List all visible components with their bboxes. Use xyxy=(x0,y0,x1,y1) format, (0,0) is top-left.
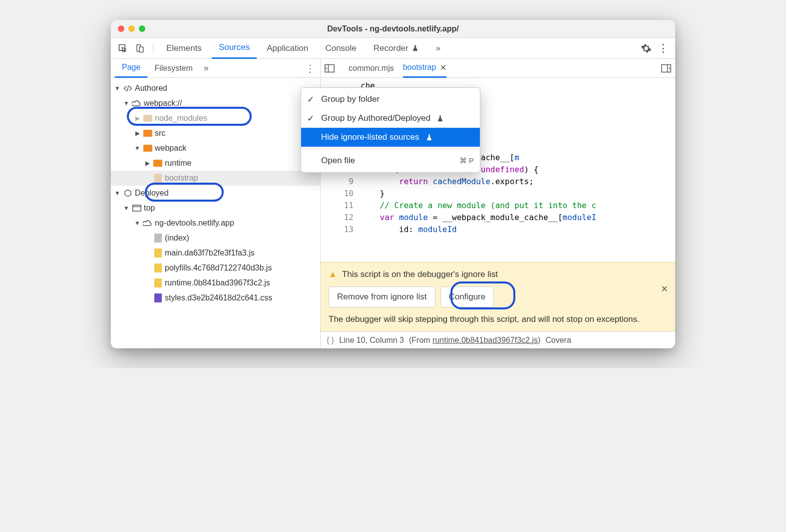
traffic-lights xyxy=(118,25,145,32)
inspect-icon[interactable] xyxy=(116,41,130,55)
editor-tabs: common.mjs bootstrap ✕ xyxy=(321,59,675,78)
cloud-icon xyxy=(132,100,142,107)
file-icon xyxy=(154,264,162,272)
remove-from-ignore-button[interactable]: Remove from ignore list xyxy=(329,286,435,307)
device-toolbar-icon[interactable] xyxy=(133,41,147,55)
webpack-folder[interactable]: ▼ webpack xyxy=(111,141,320,156)
folder-icon xyxy=(143,130,152,137)
file-icon xyxy=(154,174,162,183)
menu-open-file[interactable]: Open file ⌘ P xyxy=(301,151,480,170)
src-folder[interactable]: ▶ src xyxy=(111,126,320,141)
tab-application[interactable]: Application xyxy=(260,38,315,59)
pretty-print-icon[interactable]: { } xyxy=(327,336,334,345)
main-tabstrip: Elements Sources Application Console Rec… xyxy=(111,38,675,59)
navigator-menu-icon[interactable]: ⋮ xyxy=(305,62,315,74)
tab-recorder[interactable]: Recorder xyxy=(367,38,426,59)
runtime-folder[interactable]: ▶ runtime xyxy=(111,156,320,171)
file-polyfills-js[interactable]: polyfills.4c768d7122740d3b.js xyxy=(111,261,320,275)
file-icon xyxy=(154,234,162,243)
menu-hide-ignore-listed[interactable]: Hide ignore-listed sources xyxy=(301,128,480,147)
settings-icon[interactable] xyxy=(639,41,653,55)
deployed-icon xyxy=(123,189,133,198)
folder-icon xyxy=(143,145,152,152)
source-map-info: (From runtime.0b841bad3967f3c2.js) xyxy=(409,336,540,345)
folder-icon xyxy=(143,115,152,122)
top-frame[interactable]: ▼ top xyxy=(111,201,320,216)
cursor-position: Line 10, Column 3 xyxy=(339,336,404,345)
svg-rect-2 xyxy=(133,205,141,211)
code-icon xyxy=(123,84,133,93)
navigator-toggle-icon[interactable] xyxy=(325,64,335,73)
tab-console[interactable]: Console xyxy=(318,38,363,59)
tab-sources[interactable]: Sources xyxy=(212,38,257,59)
flask-icon xyxy=(436,115,444,122)
minimize-window-button[interactable] xyxy=(128,25,135,32)
bootstrap-file[interactable]: bootstrap xyxy=(111,171,320,186)
sidetabs-overflow[interactable]: » xyxy=(204,63,209,73)
frame-icon xyxy=(132,205,142,212)
host-origin[interactable]: ▼ ng-devtools.netlify.app xyxy=(111,216,320,231)
close-banner-icon[interactable]: ✕ xyxy=(661,283,668,294)
devtools-window: DevTools - ng-devtools.netlify.app/ Elem… xyxy=(111,20,675,348)
file-runtime-js[interactable]: runtime.0b841bad3967f3c2.js xyxy=(111,275,320,290)
menu-group-by-authored[interactable]: ✓Group by Authored/Deployed xyxy=(301,109,480,128)
coverage-label: Covera xyxy=(545,336,571,345)
flask-icon xyxy=(411,44,419,52)
file-main-js[interactable]: main.da63f7b2fe3f1fa3.js xyxy=(111,246,320,261)
webpack-origin[interactable]: ▼ webpack:// xyxy=(111,96,320,111)
tab-elements[interactable]: Elements xyxy=(159,38,209,59)
ignore-list-banner: ▲This script is on the debugger's ignore… xyxy=(321,262,675,331)
window-title: DevTools - ng-devtools.netlify.app/ xyxy=(117,24,669,33)
tabs-overflow[interactable]: » xyxy=(429,38,447,59)
warning-icon: ▲ xyxy=(329,269,337,279)
file-icon xyxy=(154,249,162,258)
kebab-icon[interactable]: ⋮ xyxy=(656,41,670,55)
deployed-group[interactable]: ▼ Deployed xyxy=(111,186,320,201)
banner-message: This script is on the debugger's ignore … xyxy=(342,269,498,279)
file-styles-css[interactable]: styles.d3e2b24618d2c641.css xyxy=(111,290,320,305)
svg-rect-1 xyxy=(139,47,143,52)
banner-description: The debugger will skip stepping through … xyxy=(329,314,667,324)
navigator-context-menu: ✓Group by folder ✓Group by Authored/Depl… xyxy=(301,87,480,173)
authored-group[interactable]: ▼ Authored xyxy=(111,81,320,96)
filetab-bootstrap[interactable]: bootstrap ✕ xyxy=(403,59,447,78)
titlebar: DevTools - ng-devtools.netlify.app/ xyxy=(111,20,675,38)
configure-button[interactable]: Configure xyxy=(440,286,494,307)
folder-icon xyxy=(153,160,162,167)
flask-icon xyxy=(425,134,433,141)
cloud-icon xyxy=(143,220,153,227)
menu-group-by-folder[interactable]: ✓Group by folder xyxy=(301,90,480,109)
file-icon xyxy=(154,293,162,302)
filetab-common[interactable]: common.mjs xyxy=(349,59,394,78)
close-tab-icon[interactable]: ✕ xyxy=(440,63,446,72)
close-window-button[interactable] xyxy=(118,25,124,32)
file-tree: ▼ Authored ▼ webpack:// ▶ node_modules ▶ xyxy=(111,78,320,308)
debugger-toggle-icon[interactable] xyxy=(661,64,671,73)
sidetab-filesystem[interactable]: Filesystem xyxy=(147,59,199,78)
editor-statusbar: { } Line 10, Column 3 (From runtime.0b84… xyxy=(321,331,675,348)
file-icon xyxy=(154,278,162,287)
maximize-window-button[interactable] xyxy=(139,25,145,32)
node-modules-folder[interactable]: ▶ node_modules xyxy=(111,111,320,126)
sidetab-page[interactable]: Page xyxy=(115,59,147,78)
navigator-tabs: Page Filesystem » ⋮ xyxy=(111,59,320,78)
sources-sidebar: Page Filesystem » ⋮ ▼ Authored ▼ webpack… xyxy=(111,59,321,348)
index-file[interactable]: (index) xyxy=(111,231,320,246)
